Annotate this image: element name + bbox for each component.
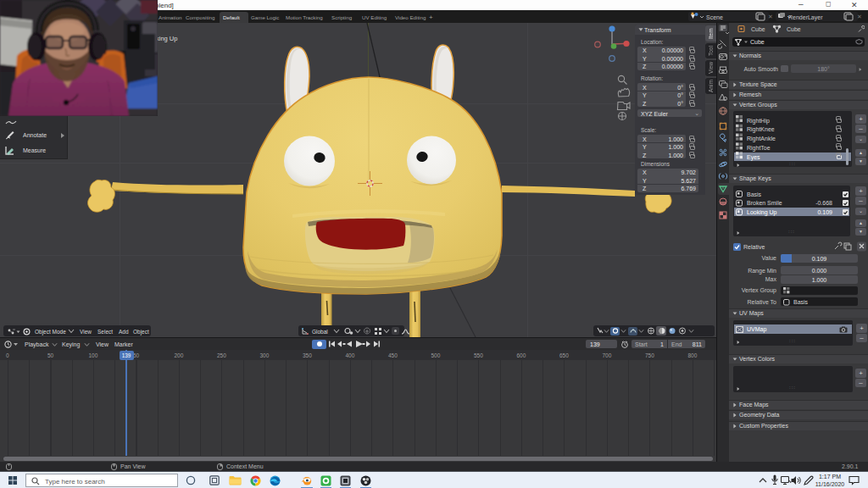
- svg-text:✕: ✕: [768, 14, 773, 19]
- svg-text:✕: ✕: [857, 14, 862, 19]
